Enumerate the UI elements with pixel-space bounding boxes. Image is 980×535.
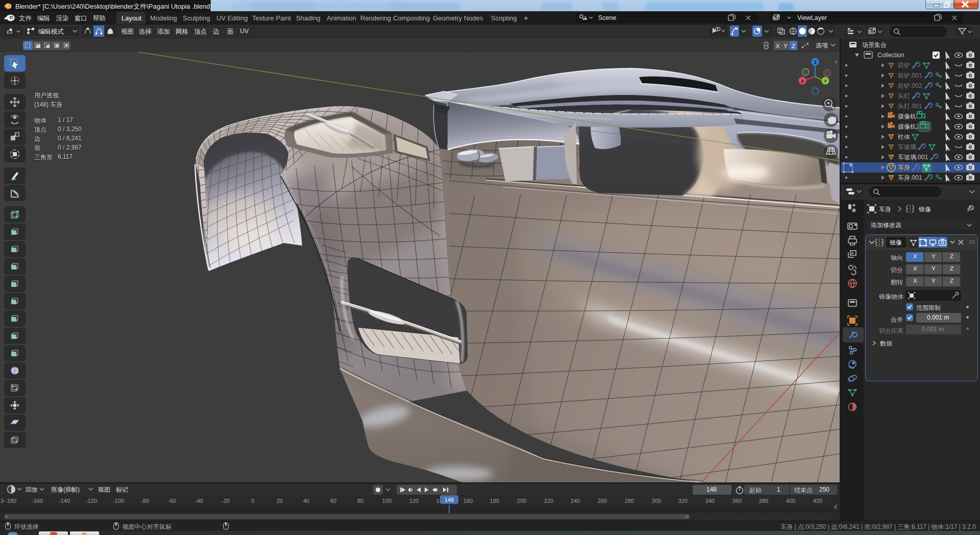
svg-text:前铲.001: 前铲.001 <box>898 72 922 79</box>
svg-text:柱体: 柱体 <box>897 133 910 140</box>
svg-text:前铲.002: 前铲.002 <box>898 82 922 89</box>
svg-text:148: 148 <box>445 497 454 503</box>
svg-text:车玻璃.001: 车玻璃.001 <box>898 154 928 161</box>
svg-text:-40: -40 <box>195 498 203 504</box>
svg-text:抠像(插帧): 抠像(插帧) <box>51 486 80 493</box>
svg-text:X: X <box>776 43 780 49</box>
svg-text:回放: 回放 <box>26 486 38 493</box>
svg-text:-140: -140 <box>59 498 70 504</box>
svg-text:400: 400 <box>786 498 795 504</box>
svg-text:40: 40 <box>303 498 309 504</box>
svg-text:280: 280 <box>625 498 634 504</box>
svg-text:Z: Z <box>792 43 795 49</box>
svg-text:200: 200 <box>517 498 526 504</box>
svg-text:Z: Z <box>814 60 816 65</box>
svg-text:-20: -20 <box>222 498 230 504</box>
svg-text:-100: -100 <box>113 498 124 504</box>
svg-text:场景集合: 场景集合 <box>862 41 887 48</box>
svg-text:80: 80 <box>357 498 363 504</box>
svg-text:Y: Y <box>824 79 827 84</box>
svg-text:420: 420 <box>813 498 822 504</box>
svg-text:头灯.001: 头灯.001 <box>898 103 922 110</box>
svg-text:300: 300 <box>652 498 661 504</box>
svg-text:标记: 标记 <box>116 486 128 493</box>
svg-text:120: 120 <box>409 498 419 504</box>
svg-text:Y: Y <box>783 43 788 49</box>
svg-text:摄像机: 摄像机 <box>897 113 916 120</box>
svg-text:180: 180 <box>490 498 499 504</box>
svg-text:20: 20 <box>277 498 283 504</box>
svg-text:视图: 视图 <box>97 486 110 493</box>
svg-text:车玻璃: 车玻璃 <box>898 143 916 151</box>
svg-text:360: 360 <box>732 498 742 504</box>
svg-text:100: 100 <box>382 498 391 504</box>
svg-text:车身.001: 车身.001 <box>898 174 922 181</box>
svg-text:Collection: Collection <box>877 52 904 59</box>
svg-text:前铲: 前铲 <box>898 62 910 69</box>
svg-text:160: 160 <box>463 498 473 504</box>
svg-text:头灯: 头灯 <box>898 92 910 100</box>
svg-text:摄像机2: 摄像机2 <box>897 123 920 130</box>
svg-text:220: 220 <box>544 498 553 504</box>
svg-text:380: 380 <box>759 498 768 504</box>
svg-text:-80: -80 <box>141 498 149 504</box>
svg-text:X: X <box>801 79 804 84</box>
svg-text:260: 260 <box>598 498 607 504</box>
svg-text:-160: -160 <box>32 498 43 504</box>
svg-text:340: 340 <box>705 498 715 504</box>
svg-text:0: 0 <box>251 498 254 504</box>
svg-text:-180: -180 <box>5 498 16 504</box>
svg-text:320: 320 <box>678 498 688 504</box>
svg-text:60: 60 <box>330 498 336 504</box>
svg-text:240: 240 <box>571 498 580 504</box>
svg-text:-120: -120 <box>86 498 97 504</box>
svg-text:-60: -60 <box>168 498 176 504</box>
svg-text:车身: 车身 <box>898 164 910 171</box>
